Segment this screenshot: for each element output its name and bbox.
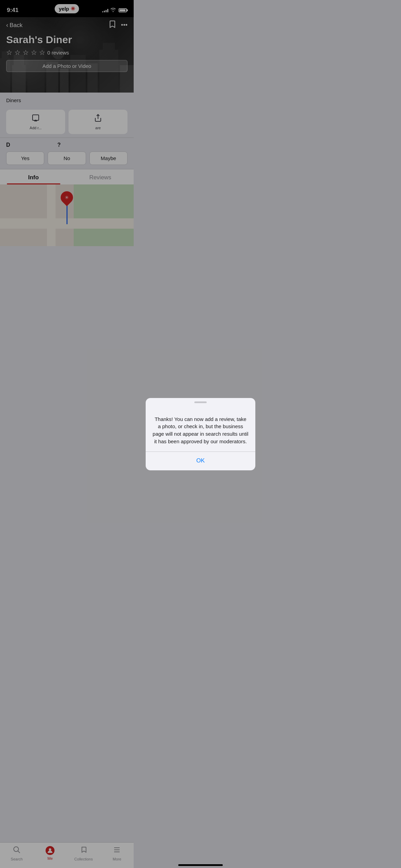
modal-overlay: Thanks! You can now add a review, take a… <box>0 0 134 289</box>
